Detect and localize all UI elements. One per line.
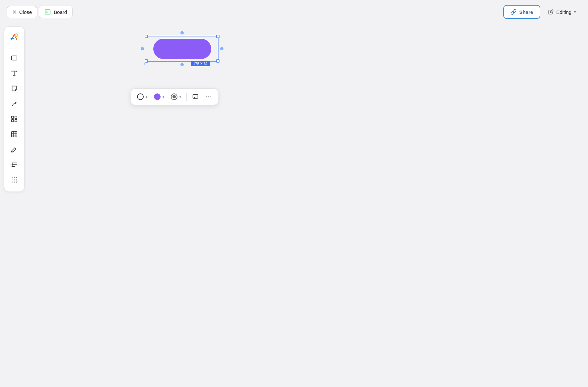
svg-rect-6 <box>12 132 17 137</box>
close-button[interactable]: ✕ Close <box>7 6 37 18</box>
canvas-shape-pill[interactable]: 175 X 61 <box>153 39 211 59</box>
topbar-right: Share Editing ▾ <box>503 5 581 19</box>
stroke-chevron: ▾ <box>146 95 147 99</box>
sidebar-item-select[interactable] <box>7 51 22 65</box>
handle-top-right[interactable] <box>216 35 220 38</box>
close-label: Close <box>19 9 32 15</box>
shape-container: ↙ 175 X 61 <box>142 30 222 67</box>
topbar-left: ✕ Close Board <box>7 6 73 18</box>
handle-top[interactable] <box>180 31 184 34</box>
handle-left[interactable] <box>141 47 144 50</box>
dots-grid-icon <box>11 176 18 184</box>
sidebar-item-frame[interactable] <box>7 112 22 126</box>
toolbar-separator <box>186 93 187 101</box>
svg-rect-2 <box>12 116 14 118</box>
more-options-button[interactable]: ··· <box>203 92 215 102</box>
svg-point-17 <box>16 177 17 178</box>
share-button[interactable]: Share <box>503 5 540 19</box>
sidebar-divider-1 <box>8 48 20 48</box>
handle-bottom[interactable] <box>180 63 184 66</box>
board-label: Board <box>54 9 67 15</box>
sidebar-item-mindmap[interactable] <box>7 157 22 172</box>
board-icon <box>44 9 51 15</box>
editing-button[interactable]: Editing ▾ <box>543 6 581 18</box>
svg-point-21 <box>12 182 13 183</box>
svg-point-18 <box>12 180 13 181</box>
fill-color-indicator <box>154 93 161 100</box>
svg-point-20 <box>16 180 17 181</box>
board-button[interactable]: Board <box>39 6 73 18</box>
svg-rect-5 <box>15 120 17 122</box>
handle-right[interactable] <box>220 47 223 50</box>
sidebar-item-pen[interactable] <box>7 142 22 157</box>
connector-icon <box>11 100 18 107</box>
share-label: Share <box>519 9 533 15</box>
svg-rect-24 <box>193 94 198 98</box>
sidebar <box>4 27 24 192</box>
style-picker-button[interactable]: ▾ <box>168 91 184 102</box>
canvas-area[interactable]: ↙ 175 X 61 ▾ ▾ ▾ <box>0 24 588 387</box>
app-logo <box>8 31 21 43</box>
svg-point-16 <box>14 177 15 178</box>
frame-icon <box>11 115 18 123</box>
more-icon: ··· <box>206 94 211 100</box>
comment-icon <box>192 93 199 100</box>
selection-wrapper[interactable]: ↙ 175 X 61 <box>142 30 222 67</box>
style-indicator <box>171 93 177 100</box>
fill-picker-button[interactable]: ▾ <box>151 91 167 102</box>
sidebar-item-text[interactable] <box>7 66 22 81</box>
topbar: ✕ Close Board Share Editing ▾ <box>0 0 588 24</box>
svg-rect-1 <box>12 56 17 60</box>
stroke-color-indicator <box>137 93 144 100</box>
floating-toolbar: ▾ ▾ ▾ ··· <box>131 88 218 105</box>
close-icon: ✕ <box>12 9 17 15</box>
grid-icon <box>11 131 18 138</box>
note-icon <box>11 85 18 92</box>
mindmap-icon <box>11 161 18 168</box>
editing-chevron: ▾ <box>574 10 576 14</box>
editing-icon <box>548 9 554 15</box>
svg-rect-4 <box>12 120 14 122</box>
editing-label: Editing <box>556 9 571 15</box>
fill-chevron: ▾ <box>163 95 164 99</box>
svg-point-23 <box>16 182 17 183</box>
pen-icon <box>11 146 18 153</box>
handle-bottom-right[interactable] <box>216 59 220 63</box>
stroke-picker-button[interactable]: ▾ <box>134 91 150 102</box>
rotation-handle[interactable]: ↙ <box>143 60 148 65</box>
svg-rect-3 <box>15 116 17 118</box>
sidebar-item-connector[interactable] <box>7 96 22 111</box>
sidebar-item-more[interactable] <box>7 173 22 187</box>
rectangle-icon <box>11 54 18 62</box>
svg-point-0 <box>15 34 18 36</box>
svg-point-15 <box>12 177 13 178</box>
text-icon <box>11 70 18 77</box>
svg-point-19 <box>14 180 15 181</box>
handle-top-left[interactable] <box>145 35 148 38</box>
share-icon <box>511 9 516 15</box>
comment-button[interactable] <box>189 91 201 102</box>
sidebar-item-note[interactable] <box>7 81 22 96</box>
sidebar-item-grid[interactable] <box>7 127 22 141</box>
size-label: 175 X 61 <box>191 61 210 66</box>
style-chevron: ▾ <box>179 95 181 99</box>
svg-point-22 <box>14 182 15 183</box>
